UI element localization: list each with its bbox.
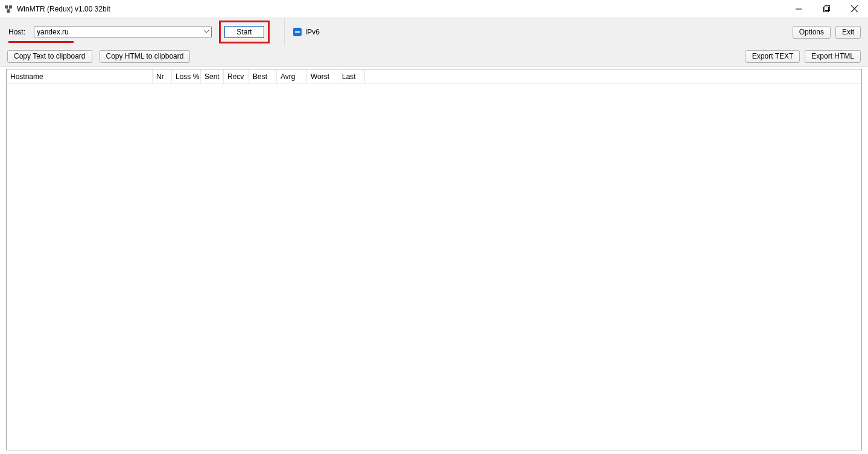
highlight-box: Start <box>219 21 270 43</box>
toolbar: Host: Start IPv6 Options Exit Copy Text … <box>0 18 868 67</box>
toolbar-row-1: Host: Start IPv6 Options Exit <box>0 18 868 46</box>
host-input[interactable] <box>34 27 212 37</box>
results-table: Hostname Nr Loss % Sent Recv Best Avrg W… <box>6 69 862 450</box>
export-text-button[interactable]: Export TEXT <box>746 50 800 63</box>
export-html-button[interactable]: Export HTML <box>805 50 861 63</box>
col-recv[interactable]: Recv <box>224 69 249 83</box>
col-nr[interactable]: Nr <box>153 69 172 83</box>
minimize-button[interactable] <box>785 0 813 18</box>
start-button[interactable]: Start <box>224 26 264 38</box>
svg-rect-0 <box>5 5 8 8</box>
ipv6-option[interactable]: IPv6 <box>284 18 320 46</box>
col-worst[interactable]: Worst <box>307 69 338 83</box>
col-avrg[interactable]: Avrg <box>277 69 307 83</box>
svg-rect-1 <box>9 5 12 8</box>
copy-html-button[interactable]: Copy HTML to clipboard <box>100 50 191 63</box>
col-best[interactable]: Best <box>249 69 277 83</box>
exit-button[interactable]: Exit <box>835 26 861 39</box>
copy-text-button[interactable]: Copy Text to clipboard <box>7 50 92 63</box>
col-sent[interactable]: Sent <box>201 69 224 83</box>
maximize-button[interactable] <box>813 0 840 18</box>
svg-rect-6 <box>823 7 828 12</box>
svg-rect-7 <box>825 6 829 11</box>
highlight-underline <box>8 41 74 43</box>
app-icon <box>4 4 13 14</box>
table-header: Hostname Nr Loss % Sent Recv Best Avrg W… <box>7 69 861 84</box>
ipv6-label: IPv6 <box>305 28 320 36</box>
svg-line-4 <box>8 8 11 10</box>
toolbar-row-2: Copy Text to clipboard Copy HTML to clip… <box>0 46 868 66</box>
col-hostname[interactable]: Hostname <box>7 69 153 83</box>
svg-line-3 <box>7 8 9 10</box>
svg-rect-2 <box>7 10 10 13</box>
col-loss[interactable]: Loss % <box>172 69 201 83</box>
ipv6-checkbox[interactable] <box>293 28 302 36</box>
close-button[interactable] <box>840 0 868 18</box>
col-last[interactable]: Last <box>338 69 365 83</box>
window-title: WinMTR (Redux) v1.00 32bit <box>17 5 110 13</box>
host-combobox[interactable] <box>34 27 212 37</box>
title-bar: WinMTR (Redux) v1.00 32bit <box>0 0 868 18</box>
options-button[interactable]: Options <box>793 26 831 39</box>
host-label: Host: <box>8 28 25 36</box>
